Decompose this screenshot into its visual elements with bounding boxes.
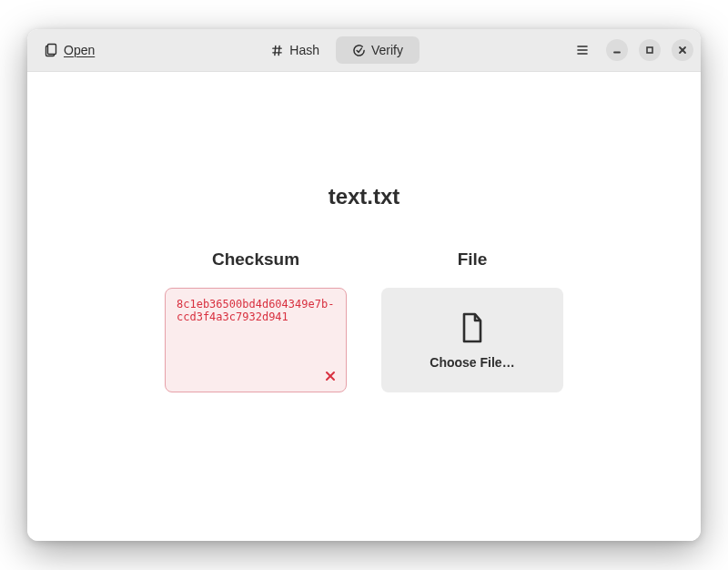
open-label: Open (64, 43, 95, 57)
hamburger-icon (575, 43, 590, 57)
tab-verify-label: Verify (371, 43, 403, 57)
maximize-icon (644, 45, 655, 56)
tab-hash-label: Hash (289, 43, 319, 57)
open-button[interactable]: Open (35, 37, 104, 63)
window-controls (606, 39, 693, 61)
content-area: text.txt Checksum 8c1eb36500bd4d604349e7… (27, 72, 701, 541)
header-right (570, 37, 693, 63)
header-left: Open (35, 37, 104, 63)
svg-line-5 (278, 46, 279, 55)
open-icon (44, 43, 58, 57)
header-bar: Open Hash (27, 29, 701, 72)
app-window: Open Hash (27, 29, 701, 541)
checksum-value: 8c1eb36500bd4d604349e7b-ccd3f4a3c7932d94… (177, 298, 334, 323)
verify-icon (352, 44, 366, 57)
minimize-icon (612, 45, 622, 56)
minimize-button[interactable] (606, 39, 628, 61)
header-center: Hash Verify (109, 36, 564, 64)
maximize-button[interactable] (639, 39, 661, 61)
svg-rect-10 (647, 47, 652, 53)
checksum-label: Checksum (212, 249, 299, 270)
hash-icon (270, 44, 284, 57)
choose-file-button[interactable]: Choose File… (381, 288, 563, 392)
close-button[interactable] (672, 39, 693, 61)
checksum-clear-button[interactable] (320, 366, 340, 386)
file-label: File (458, 249, 488, 270)
x-icon (324, 370, 337, 382)
file-icon (459, 311, 486, 344)
choose-file-label: Choose File… (430, 355, 514, 370)
tab-verify[interactable]: Verify (336, 36, 420, 64)
filename-title: text.txt (329, 184, 400, 209)
svg-line-4 (275, 46, 276, 55)
checksum-group: Checksum 8c1eb36500bd4d604349e7b-ccd3f4a… (165, 249, 347, 392)
cards-row: Checksum 8c1eb36500bd4d604349e7b-ccd3f4a… (165, 249, 563, 392)
checksum-input[interactable]: 8c1eb36500bd4d604349e7b-ccd3f4a3c7932d94… (165, 288, 347, 392)
tab-hash[interactable]: Hash (254, 36, 336, 64)
svg-rect-1 (48, 45, 56, 55)
file-group: File Choose File… (381, 249, 563, 392)
close-icon (677, 45, 688, 56)
menu-button[interactable] (570, 37, 595, 63)
